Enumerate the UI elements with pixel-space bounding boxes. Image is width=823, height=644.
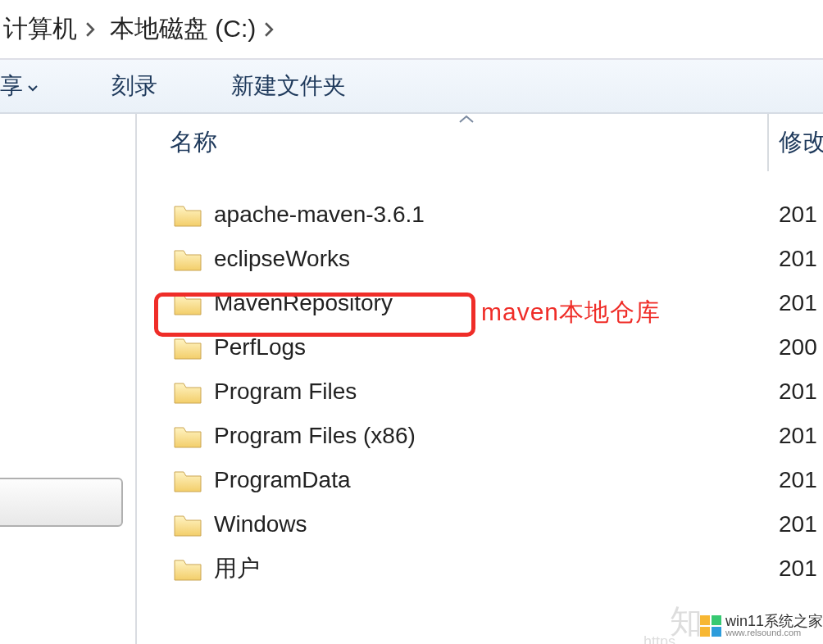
chevron-down-icon	[28, 85, 38, 92]
column-header-row: 名称 修改	[137, 114, 823, 171]
watermark-site: win11系统之家 www.relsound.com	[699, 614, 823, 637]
breadcrumb-item-cdrive[interactable]: 本地磁盘 (C:)	[107, 12, 285, 46]
file-name: Program Files	[214, 379, 769, 405]
watermark-url: https	[643, 633, 675, 644]
list-item[interactable]: MavenRepository 201	[137, 281, 823, 325]
list-item[interactable]: Windows 201	[137, 502, 823, 546]
folder-icon	[173, 290, 202, 316]
toolbar: 享 刻录 新建文件夹	[0, 60, 823, 114]
folder-icon	[173, 556, 202, 582]
new-folder-button[interactable]: 新建文件夹	[215, 60, 362, 112]
folder-icon	[173, 511, 202, 537]
navigation-pane	[0, 114, 137, 644]
file-name: eclipseWorks	[214, 246, 769, 272]
file-modified: 201	[769, 556, 823, 582]
list-item[interactable]: 用户 201	[137, 546, 823, 591]
list-item[interactable]: Program Files (x86) 201	[137, 414, 823, 458]
breadcrumb-label: 本地磁盘 (C:)	[110, 12, 256, 46]
folder-icon	[173, 379, 202, 405]
file-modified: 200	[769, 334, 823, 361]
file-modified: 201	[769, 511, 823, 537]
address-bar: 计算机 本地磁盘 (C:)	[0, 0, 823, 60]
file-name: ProgramData	[214, 467, 769, 493]
burn-label: 刻录	[111, 70, 157, 102]
column-name-label: 名称	[170, 129, 217, 155]
list-item[interactable]: eclipseWorks 201	[137, 237, 823, 281]
list-item[interactable]: apache-maven-3.6.1 201	[137, 193, 823, 237]
share-button[interactable]: 享	[0, 60, 54, 112]
list-item[interactable]: ProgramData 201	[137, 458, 823, 502]
file-modified: 201	[769, 423, 823, 449]
site-logo-icon	[699, 615, 722, 637]
column-modified-label: 修改	[779, 129, 823, 155]
file-modified: 201	[769, 290, 823, 316]
file-modified: 201	[769, 379, 823, 405]
burn-button[interactable]: 刻录	[95, 60, 174, 112]
folder-icon	[173, 202, 202, 228]
nav-tree-item[interactable]	[0, 478, 123, 527]
folder-icon	[173, 246, 202, 272]
breadcrumb-item-computer[interactable]: 计算机	[0, 12, 107, 46]
file-name: apache-maven-3.6.1	[214, 202, 769, 228]
chevron-right-icon[interactable]	[259, 22, 279, 37]
file-name: Program Files (x86)	[214, 423, 769, 449]
file-list: apache-maven-3.6.1 201 eclipseWorks 201 …	[137, 171, 823, 591]
file-modified: 201	[769, 202, 823, 228]
file-name: Windows	[214, 511, 769, 537]
file-modified: 201	[769, 467, 823, 493]
folder-icon	[173, 467, 202, 493]
content-area: 名称 修改 apache-maven-3.6.1 201 eclipseWork…	[0, 114, 823, 644]
chevron-right-icon[interactable]	[80, 22, 100, 37]
collapse-caret-icon[interactable]	[458, 112, 475, 122]
folder-icon	[173, 423, 202, 449]
column-header-modified[interactable]: 修改	[769, 126, 823, 159]
breadcrumb-label: 计算机	[3, 12, 77, 46]
file-name: PerfLogs	[214, 334, 769, 361]
share-label: 享	[0, 70, 23, 102]
file-name: MavenRepository	[214, 290, 769, 316]
list-item[interactable]: Program Files 201	[137, 370, 823, 414]
folder-icon	[173, 334, 202, 361]
watermark-domain: www.relsound.com	[725, 628, 823, 637]
detail-pane: 名称 修改 apache-maven-3.6.1 201 eclipseWork…	[137, 114, 823, 644]
list-item[interactable]: PerfLogs 200	[137, 325, 823, 370]
file-name: 用户	[214, 553, 769, 584]
new-folder-label: 新建文件夹	[231, 70, 346, 102]
file-modified: 201	[769, 246, 823, 272]
watermark-site-label: win11系统之家	[725, 614, 823, 628]
column-header-name[interactable]: 名称	[137, 126, 767, 159]
